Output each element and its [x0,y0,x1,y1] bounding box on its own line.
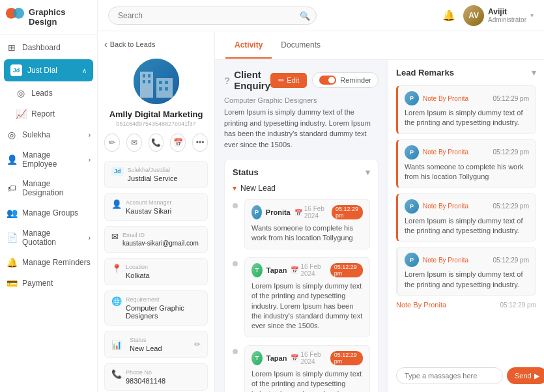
back-link[interactable]: ‹ Back to Leads [104,39,208,49]
content: ‹ Back to Leads [98,31,544,392]
remark-header: P Note By Pronita 05:12:29 pm [405,145,529,160]
remark-time: 05:12:29 pm [493,95,529,102]
phone-action-btn[interactable]: 📞 [149,133,164,152]
tab-activity[interactable]: Activity [225,33,272,59]
sidebar-item-justdial[interactable]: Jd Just Dial ∧ [4,59,93,81]
remark-avatar: P [405,91,419,105]
panels-row: ? Client Enquiry ✏ Edit [215,60,544,392]
action-icons: ✏ ✉ 📞 📅 ••• [104,133,208,152]
sidebar-item-manage-designation[interactable]: 🏷 Manage Designation [0,174,97,203]
header-right: 🔔 AV Avijit Administrator ▾ [442,5,534,26]
sidebar-item-leads[interactable]: ◎ Leads [0,83,97,104]
remarks-chevron-icon[interactable]: ▾ [532,68,536,77]
avatar-name: Avijit [488,7,526,16]
sidebar-nav: ⊞ Dashboard Jd Just Dial ∧ ◎ Leads 📈 Rep… [0,35,97,296]
notification-icon[interactable]: 🔔 [442,9,455,21]
activity-dot [233,349,238,354]
groups-icon: 👥 [7,208,17,218]
sidebar-item-manage-quotation[interactable]: 📄 Manage Quotation › [0,223,97,252]
remark-item: P Note By Pronita 05:12:29 pm Lorem Ipsu… [396,247,536,296]
sidebar-item-dashboard[interactable]: ⊞ Dashboard [0,37,97,58]
requirement-label: Requirement [126,296,201,303]
edit-pencil-icon: ✏ [278,76,284,85]
phone-label: Phone No [126,369,165,376]
header: 🔍 🔔 AV Avijit Administrator ▾ [98,0,544,31]
status-section-title: Status [233,167,259,177]
message-input-row: Send ▶ [396,362,536,384]
email-value: kaustav-sikari@gmail.com [122,240,199,247]
remark-header: P Note By Pronita 05:12:29 pm [405,199,529,214]
activity-user-avatar: T [251,263,263,277]
svg-rect-5 [143,74,145,77]
designation-icon: 🏷 [7,183,17,193]
quotation-icon: 📄 [7,232,17,243]
email-action-btn[interactable]: ✉ [126,133,142,152]
message-input[interactable] [396,367,503,384]
activity-dot [233,203,238,208]
remark-item: P Note By Pronita 05:12:29 pm Lorem Ipsu… [396,85,536,134]
avatar-role: Administrator [488,16,526,23]
user-avatar-group[interactable]: AV Avijit Administrator ▾ [463,5,534,26]
location-icon: 📍 [111,264,122,273]
status-icon: 📊 [111,340,122,350]
sidebar-item-report[interactable]: 📈 Report [0,104,97,124]
last-note-time: 05:12:29 pm [500,301,536,309]
search-box: 🔍 [108,7,317,25]
sidebar-item-label: Payment [22,279,91,288]
enquiry-category: Computer Graphic Designers [224,96,379,104]
remark-note: Note By Pronita [423,257,468,264]
sidebar-item-payment[interactable]: 💳 Payment [0,273,97,294]
remark-note: Note By Pronita [423,95,468,102]
tabs-bar: Activity Documents [215,31,544,60]
more-action-btn[interactable]: ••• [192,133,208,152]
search-input[interactable] [108,7,317,25]
phone-value: 9830481148 [126,377,165,385]
justdial-icon: Jd [10,64,22,76]
account-manager-label: Account Manager [126,199,172,206]
activity-user-avatar: P [251,205,262,219]
status-edit-icon[interactable]: ✏ [194,340,201,349]
sidebar-item-manage-groups[interactable]: 👥 Manage Groups [0,203,97,223]
sidebar-item-label: Dashboard [22,43,91,52]
avatar-initials: AV [468,11,479,20]
svg-rect-12 [165,87,168,91]
info-card-source: Jd Sulekha/Justdial Justdial Service [104,161,208,188]
info-card-phone: 📞 Phone No 9830481148 [104,363,208,391]
send-button[interactable]: Send ▶ [507,367,544,384]
status-chevron-icon[interactable]: ▾ [365,167,370,177]
account-manager-value: Kaustav Sikari [126,207,172,215]
phone-icon: 📞 [111,369,122,379]
sidebar-item-label: Leads [31,89,91,98]
requirement-value: Computer Graphic Designers [126,304,201,320]
info-card-account-manager: 👤 Account Manager Kaustav Sikari [104,193,208,221]
company-building-svg [134,59,179,104]
edit-action-btn[interactable]: ✏ [104,133,120,152]
remark-avatar: P [405,199,419,214]
app-name: Graphics Design [29,7,92,27]
activity-item: T Tapan 📅 16 Feb 2024 05:12:29 pm Lorem … [233,257,370,337]
sidebar-item-manage-employee[interactable]: 👤 Manage Employee › [0,145,97,174]
svg-point-1 [13,8,24,19]
calendar-action-btn[interactable]: 📅 [170,133,186,152]
activity-item: T Tapan 📅 16 Feb 2024 05:12:29 pm Lorem … [233,345,370,392]
remarks-title: Lead Remarks [396,68,454,77]
location-label: Location [126,264,150,270]
remark-text: Lorem Ipsum is simply dummy text of the … [405,108,529,128]
sidebar-item-manage-reminders[interactable]: 🔔 Manage Reminders [0,252,97,273]
chevron-icon: ∧ [82,67,87,74]
sidebar-item-sulekha[interactable]: ◎ Sulekha › [0,124,97,145]
activity-card: T Tapan 📅 16 Feb 2024 05:12:29 pm Lorem … [244,257,370,337]
sidebar-item-label: Manage Employee [22,150,83,169]
leads-icon: ◎ [16,88,26,98]
sulekha-icon: ◎ [7,130,17,140]
tab-documents[interactable]: Documents [272,33,330,59]
new-lead-label: New Lead [240,184,276,193]
sidebar-item-label: Manage Designation [22,179,91,197]
sidebar-item-label: Manage Quotation [22,229,83,247]
chevron-icon: › [89,132,91,139]
reminder-button[interactable]: Reminder [312,72,379,88]
edit-button[interactable]: ✏ Edit [270,73,307,88]
right-content: Activity Documents ? Client Enquiry [215,31,544,392]
remark-avatar: P [405,145,419,160]
remark-time: 05:12:29 pm [493,148,529,156]
